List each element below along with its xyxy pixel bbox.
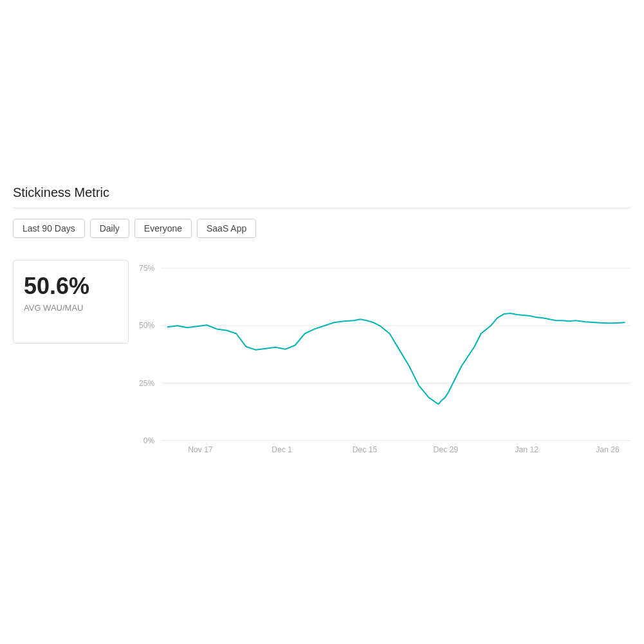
filters-bar: Last 90 Days Daily Everyone SaaS App [13,219,631,238]
y-label-75: 75% [139,264,155,273]
section-divider [13,208,631,208]
chart-line [168,313,625,404]
x-label-dec15: Dec 15 [353,445,378,454]
page-container: Stickiness Metric Last 90 Days Daily Eve… [0,0,644,459]
y-label-50: 50% [139,321,155,330]
stickiness-chart: 75% 50% 25% 0% Nov 17 Dec 1 Dec 15 Dec 2… [135,253,631,459]
x-label-jan12: Jan 12 [515,445,538,454]
y-label-0: 0% [143,436,155,445]
x-label-dec29: Dec 29 [434,445,459,454]
x-label-nov17: Nov 17 [188,445,213,454]
filter-segment[interactable]: Everyone [134,219,192,238]
x-label-jan26: Jan 26 [596,445,620,454]
filter-interval[interactable]: Daily [90,219,129,238]
y-label-25: 25% [139,379,155,388]
chart-wrapper: 75% 50% 25% 0% Nov 17 Dec 1 Dec 15 Dec 2… [135,253,631,459]
filter-date-range[interactable]: Last 90 Days [13,219,85,238]
chart-area: 50.6% AVG WAU/MAU 75% 50% 25% 0% [13,253,631,459]
section-title: Stickiness Metric [13,13,631,208]
metric-card: 50.6% AVG WAU/MAU [13,260,129,344]
metric-label: AVG WAU/MAU [24,303,118,313]
filter-product[interactable]: SaaS App [197,219,256,238]
metric-value: 50.6% [24,273,118,299]
x-label-dec1: Dec 1 [271,445,292,454]
